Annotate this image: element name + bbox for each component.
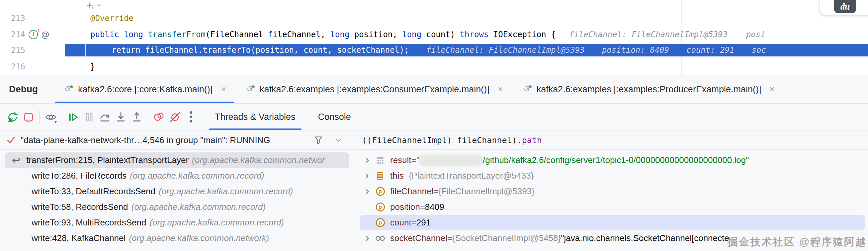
redacted-blur [421, 156, 482, 165]
frame-package: (org.apache.kafka.common.network) [129, 233, 269, 243]
frames-pane: "data-plane-kafka-network-thr…4,546 in g… [0, 131, 351, 251]
debugger-inline-hint: position: 8409 [602, 45, 669, 55]
current-statement: return fileChannel.transferTo(position, … [112, 44, 766, 57]
debug-session-tab[interactable]: kafka2.6:examples [:examples:ProducerExa… [513, 75, 784, 103]
overrides-gutter-icon[interactable]: I↑ [29, 30, 38, 39]
code-line-216[interactable]: 216 } [0, 60, 868, 73]
line-number: 214 [0, 28, 25, 41]
frame-package: (org.apache.kafka.common.record) [130, 171, 264, 181]
tab-threads-variables[interactable]: Threads & Variables [213, 104, 298, 130]
variable-row-position[interactable]: p position = 8409 [351, 199, 868, 215]
step-into-button[interactable] [113, 109, 129, 125]
variable-row-this[interactable]: this = {PlaintextTransportLayer@5433} [351, 168, 868, 184]
chevron-right-icon[interactable] [362, 234, 372, 242]
parameter-icon: p [375, 218, 385, 227]
site-watermark: 掘金技术社区 @程序猿阿越 [727, 235, 867, 249]
parameter-icon: p [375, 187, 385, 196]
variable-row-count[interactable]: p count = 291 [351, 215, 868, 230]
debug-session-tab-label: kafka2.6:core [:core:Kafka.main()] [78, 84, 213, 95]
debugger-inline-hint: soc [751, 45, 766, 55]
toolbar-separator [39, 110, 40, 124]
frame-method: writeTo:286, FileRecords(org.apache.kafk… [32, 171, 264, 181]
gradle-icon [522, 84, 532, 95]
debugger-inline-hint: fileChannel: FileChannelImpl@5393 [426, 45, 585, 55]
close-icon[interactable]: × [221, 84, 226, 95]
debug-session-tab-label: kafka2.6:examples [:examples:ProducerExa… [537, 84, 762, 95]
stack-frame-row[interactable]: ↩ write:428, KafkaChannel(org.apache.kaf… [0, 230, 351, 246]
thread-selector[interactable]: "data-plane-kafka-network-thr…4,546 in g… [0, 131, 351, 150]
annotation-gutter-icon[interactable]: @ [41, 30, 49, 39]
line-number: 215 [0, 44, 25, 57]
stack-frame-row[interactable]: ↩ writeTo:93, MultiRecordsSend(org.apach… [0, 215, 351, 230]
code-line-213[interactable]: 213 @Override [0, 12, 868, 25]
gradle-icon [245, 84, 255, 95]
variable-row-fileChannel[interactable]: p fileChannel = {FileChannelImpl@5393} [351, 184, 868, 199]
frame-package: (org.apache.kafka.common.record) [159, 186, 293, 196]
toolbar-separator [148, 110, 148, 124]
field-icon [375, 234, 385, 243]
more-options-button[interactable]: ••• [183, 109, 199, 125]
debugger-inline-hint: count: 291 [686, 45, 735, 55]
gradle-icon [63, 84, 74, 95]
debug-session-tabs: kafka2.6:core [:core:Kafka.main()] × kaf… [54, 75, 784, 103]
debug-session-tab[interactable]: kafka2.6:core [:core:Kafka.main()] × [54, 75, 236, 103]
code-line-214[interactable]: 214 I↑ @ public long transferFrom(FileCh… [0, 28, 868, 41]
frame-method: write:428, KafkaChannel(org.apache.kafka… [32, 233, 269, 243]
ai-sparkle-icon [86, 1, 94, 10]
filter-icon[interactable] [313, 135, 323, 145]
line-number: 216 [0, 60, 25, 73]
tab-console[interactable]: Console [316, 104, 353, 130]
step-over-button[interactable] [97, 109, 113, 125]
stop-button[interactable] [21, 109, 36, 125]
code-line-215[interactable]: 215 return fileChannel.transferTo(positi… [0, 44, 868, 57]
debugger-inline-hint: fileChannel: FileChannelImpl@5393 [569, 30, 727, 39]
evaluate-expression-row[interactable]: ((FileChannelImpl) fileChannel).path [351, 131, 868, 150]
debug-session-tab[interactable]: kafka2.6:examples [:examples:ConsumerExa… [236, 75, 513, 103]
debugger-view-tabs: Threads & Variables Console [213, 104, 353, 130]
chevron-down-icon[interactable] [334, 136, 343, 145]
toolbar-separator [62, 110, 62, 124]
resume-button[interactable] [65, 109, 81, 125]
chevron-right-icon[interactable] [362, 172, 372, 180]
close-icon[interactable]: × [769, 84, 775, 95]
rerun-debug-button[interactable] [5, 109, 21, 125]
debug-title: Debug [9, 84, 38, 95]
chevron-right-icon[interactable] [362, 156, 372, 164]
annotation-code: @Override [90, 12, 133, 25]
this-object-icon [375, 171, 385, 180]
debug-session-tab-label: kafka2.6:examples [:examples:ConsumerExa… [260, 84, 490, 95]
current-frame-icon: ↩ [12, 155, 20, 165]
mute-breakpoints-button[interactable] [167, 109, 183, 125]
chevron-down-icon [96, 3, 102, 8]
debugger-toolbar: ••• Threads & Variables Console [0, 104, 868, 130]
thread-status-check-icon [6, 135, 16, 145]
watch-eye-button[interactable] [43, 109, 59, 125]
close-icon[interactable]: × [498, 84, 503, 95]
frame-method: transferFrom:215, PlaintextTransportLaye… [26, 155, 325, 165]
variable-row-result[interactable]: result = "/github/kafka2.6/config/server… [351, 152, 868, 168]
frame-package: (org.apache.kafka.common.record) [149, 217, 284, 227]
stack-frame-row[interactable]: ↩ writeTo:33, DefaultRecordsSend(org.apa… [0, 184, 351, 199]
pause-button[interactable] [81, 109, 97, 125]
stack-frame-row[interactable]: ↩ transferFrom:215, PlaintextTransportLa… [5, 152, 349, 168]
frame-method: writeTo:58, RecordsSend(org.apache.kafka… [32, 202, 266, 212]
method-signature: public long transferFrom(FileChannel fil… [90, 28, 765, 41]
ai-inlay-widget[interactable] [86, 0, 102, 11]
du-badge[interactable]: du [834, 0, 856, 13]
debugger-inline-hint: posi [746, 30, 765, 39]
debugger-inline-hints: fileChannel: FileChannelImpl@5393positio… [409, 45, 766, 55]
chevron-right-icon[interactable] [362, 188, 372, 195]
stack-frame-row[interactable]: ↩ writeTo:286, FileRecords(org.apache.ka… [0, 168, 351, 184]
line-number: 213 [0, 12, 25, 25]
view-breakpoints-button[interactable] [151, 109, 167, 125]
debug-tool-window-bar: Debug kafka2.6:core [:core:Kafka.main()]… [0, 75, 868, 103]
step-out-button[interactable] [129, 109, 145, 125]
debugger-content: "data-plane-kafka-network-thr…4,546 in g… [0, 131, 868, 251]
frame-method: writeTo:33, DefaultRecordsSend(org.apach… [32, 186, 293, 196]
thread-status-text: "data-plane-kafka-network-thr…4,546 in g… [21, 135, 309, 146]
evaluation-result-icon [375, 156, 385, 165]
stack-frames-list: ↩ transferFrom:215, PlaintextTransportLa… [0, 150, 351, 251]
stack-frame-row[interactable]: ↩ writeTo:58, RecordsSend(org.apache.kaf… [0, 199, 351, 215]
frame-package: (org.apache.kafka.common.networ [192, 155, 325, 165]
parameter-icon: p [375, 202, 385, 212]
